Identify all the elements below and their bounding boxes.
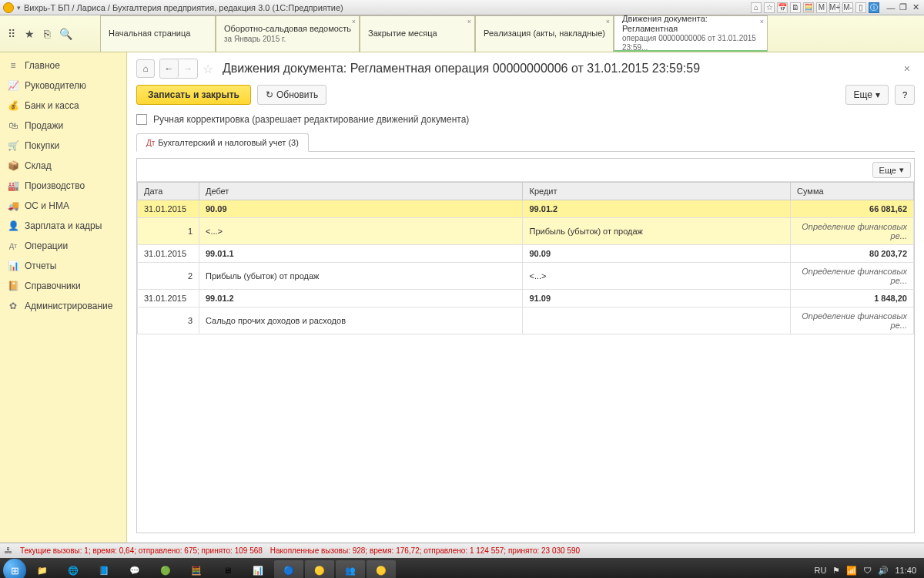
dropdown-icon[interactable]: ▾: [17, 4, 21, 12]
tray-icon[interactable]: 🔊: [878, 566, 889, 576]
sidebar-item-manager[interactable]: 📈Руководителю: [0, 76, 126, 96]
icon-calc[interactable]: 🧮: [803, 2, 814, 13]
close-icon[interactable]: ×: [352, 18, 356, 26]
table-row[interactable]: 31.01.201599.01.190.0980 203,72: [138, 245, 914, 263]
sidebar-item-operations[interactable]: ДтОперации: [0, 236, 126, 256]
taskbar-app[interactable]: 🔵: [274, 560, 303, 578]
sidebar-item-purchase[interactable]: 🛒Покупки: [0, 136, 126, 156]
back-button[interactable]: ←: [160, 59, 179, 78]
table-row[interactable]: 31.01.201590.0999.01.266 081,62: [138, 200, 914, 218]
m-minus-btn[interactable]: M-: [842, 2, 853, 13]
toolbar-mini: ⌂ ☆ 📅 🗎 🧮 M M+ M- ▯ ⓘ: [751, 2, 879, 13]
sidebar-item-production[interactable]: 🏭Производство: [0, 176, 126, 196]
tray-icon[interactable]: 📶: [846, 566, 857, 576]
window-controls: — ❐ ✕: [886, 2, 921, 13]
entries-table: Дата Дебет Кредит Сумма 31.01.201590.099…: [137, 182, 914, 334]
bars-icon: 📊: [8, 260, 18, 271]
window-titlebar: ▾ Вихрь-Т БП / Лариса / Бухгалтерия пред…: [0, 0, 924, 15]
sidebar-item-bank[interactable]: 💰Банк и касса: [0, 96, 126, 116]
start-button[interactable]: ⊞: [3, 559, 26, 578]
taskbar-app[interactable]: 🟢: [151, 560, 180, 578]
close-btn[interactable]: ✕: [910, 2, 921, 13]
more-button[interactable]: Еще ▾: [845, 85, 889, 105]
tab-close-month[interactable]: ×Закрытие месяца: [360, 15, 475, 52]
maximize-btn[interactable]: ❐: [898, 2, 909, 13]
taskbar-app[interactable]: 👥: [336, 560, 365, 578]
table-row[interactable]: 31.01.201599.01.291.091 848,20: [138, 290, 914, 307]
status-text-1: Текущие вызовы: 1; время: 0,64; отправле…: [20, 546, 263, 555]
book-icon: 📔: [8, 281, 18, 291]
taskbar-app[interactable]: 📁: [28, 560, 57, 578]
sidebar-item-reports[interactable]: 📊Отчеты: [0, 256, 126, 276]
document-header: ⌂ ← → ☆ Движения документа: Регламентная…: [127, 52, 924, 85]
icon-home[interactable]: ⌂: [751, 2, 762, 13]
forward-button[interactable]: →: [179, 59, 197, 78]
icon-star[interactable]: ☆: [764, 2, 775, 13]
star-icon[interactable]: ☆: [203, 62, 213, 76]
chevron-down-icon: ▾: [899, 165, 904, 175]
status-text-2: Накопленные вызовы: 928; время: 176,72; …: [270, 546, 580, 555]
taskbar-app[interactable]: 🌐: [59, 560, 88, 578]
sidebar-item-assets[interactable]: 🚚ОС и НМА: [0, 196, 126, 216]
minimize-btn[interactable]: —: [886, 2, 896, 13]
manual-edit-checkbox[interactable]: [136, 114, 147, 125]
sidebar-item-admin[interactable]: ✿Администрирование: [0, 296, 126, 316]
close-icon[interactable]: ×: [606, 18, 610, 26]
table-row-detail[interactable]: 1<...>Прибыль (убыток) от продажОпределе…: [138, 218, 914, 245]
search-icon[interactable]: 🔍: [59, 28, 72, 40]
app-orb-icon: [3, 2, 14, 13]
sidebar-item-main[interactable]: ≡Главное: [0, 55, 126, 76]
bank-icon: 💰: [8, 100, 18, 111]
document-toolbar: Записать и закрыть ↻Обновить Еще ▾ ?: [127, 85, 924, 111]
col-sum[interactable]: Сумма: [791, 183, 914, 200]
sidebar-item-hr[interactable]: 👤Зарплата и кадры: [0, 216, 126, 236]
taskbar-app[interactable]: 🧮: [182, 560, 211, 578]
taskbar-app[interactable]: 🟡: [367, 560, 396, 578]
sidebar-item-reference[interactable]: 📔Справочники: [0, 276, 126, 296]
taskbar-app[interactable]: 🟡: [305, 560, 334, 578]
taskbar-app[interactable]: 📘: [89, 560, 119, 578]
sidebar-item-warehouse[interactable]: 📦Склад: [0, 156, 126, 176]
help-button[interactable]: ?: [895, 85, 915, 105]
home-button[interactable]: ⌂: [136, 59, 155, 78]
taskbar-app[interactable]: 💬: [120, 560, 149, 578]
taskbar-app[interactable]: 🖥: [213, 560, 242, 578]
tab-movements[interactable]: ×Движения документа: Регламентнаяопераци…: [614, 15, 768, 52]
close-icon[interactable]: ×: [467, 18, 471, 26]
tray-icon[interactable]: ⚑: [832, 566, 840, 576]
col-date[interactable]: Дата: [138, 183, 199, 200]
m-btn[interactable]: M: [816, 2, 827, 13]
quick-access: ⠿ ★ ⎘ 🔍: [0, 15, 100, 52]
sidebar-item-sales[interactable]: 🛍Продажи: [0, 116, 126, 136]
fav-icon[interactable]: ★: [25, 28, 35, 40]
icon-info[interactable]: ⓘ: [869, 2, 879, 13]
icon-doc[interactable]: 🗎: [790, 2, 801, 13]
user-icon: 👤: [8, 220, 18, 231]
table-more-button[interactable]: Еще ▾: [872, 162, 911, 178]
chevron-down-icon: ▾: [875, 89, 880, 100]
close-icon[interactable]: ×: [760, 18, 764, 26]
history-icon[interactable]: ⎘: [44, 28, 50, 40]
refresh-icon: ↻: [266, 89, 273, 100]
content-area: ⌂ ← → ☆ Движения документа: Регламентная…: [127, 52, 924, 543]
apps-icon[interactable]: ⠿: [8, 28, 15, 40]
refresh-button[interactable]: ↻Обновить: [257, 85, 326, 105]
tab-sales[interactable]: ×Реализация (акты, накладные): [475, 15, 614, 52]
close-document-button[interactable]: ×: [899, 62, 915, 75]
tab-start[interactable]: Начальная страница: [100, 15, 216, 52]
icon-cal[interactable]: 📅: [777, 2, 788, 13]
m-plus-btn[interactable]: M+: [829, 2, 840, 13]
icon-panel[interactable]: ▯: [855, 2, 866, 13]
col-debit[interactable]: Дебет: [199, 183, 523, 200]
col-credit[interactable]: Кредит: [523, 183, 791, 200]
save-close-button[interactable]: Записать и закрыть: [136, 85, 251, 105]
tab-accounting[interactable]: ДтБухгалтерский и налоговый учет (3): [136, 133, 309, 152]
table-row-detail[interactable]: 3Сальдо прочих доходов и расходовОпредел…: [138, 307, 914, 334]
taskbar-app[interactable]: 📊: [243, 560, 273, 578]
tray-time[interactable]: 11:40: [895, 566, 916, 575]
table-row-detail[interactable]: 2Прибыль (убыток) от продаж<...>Определе…: [138, 263, 914, 290]
tab-osv[interactable]: ×Оборотно-сальдовая ведомостьза Январь 2…: [216, 15, 360, 52]
tray-lang[interactable]: RU: [815, 566, 827, 575]
entries-table-wrap: Еще ▾ Дата Дебет Кредит Сумма 31.01.2015…: [136, 158, 915, 533]
tray-icon[interactable]: 🛡: [863, 566, 872, 575]
